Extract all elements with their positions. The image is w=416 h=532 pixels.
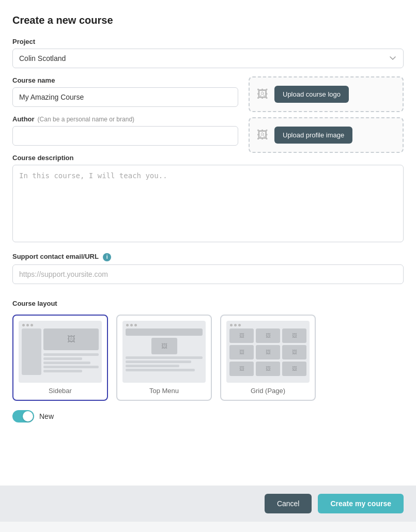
- course-name-label: Course name: [12, 76, 238, 84]
- dot: [22, 324, 25, 326]
- course-name-left: Course name Author(Can be a personal nam…: [12, 76, 238, 154]
- dot: [134, 324, 137, 326]
- page-title: Create a new course: [12, 14, 404, 26]
- layout-section-label: Course layout: [12, 300, 404, 307]
- upload-buttons-col: 🖼 Upload course logo 🖼 Upload profile im…: [249, 76, 404, 153]
- author-field-group: Author(Can be a personal name or brand): [12, 115, 238, 146]
- course-name-section: Course name Author(Can be a personal nam…: [12, 76, 404, 154]
- support-input[interactable]: [12, 264, 404, 284]
- upload-profile-button[interactable]: Upload profile image: [274, 127, 352, 144]
- top-menu-preview: 🖼: [122, 321, 206, 383]
- support-field-group: Support contact email/URL i: [12, 253, 404, 284]
- sidebar-nav-preview: [22, 328, 41, 375]
- course-name-field-group: Course name: [12, 76, 238, 107]
- course-description-field-group: Course description: [12, 154, 404, 244]
- grid-img-icon: 🖼: [292, 333, 297, 338]
- course-description-input[interactable]: [12, 165, 404, 242]
- topmenu-img-icon: 🖼: [161, 342, 167, 350]
- layout-card-sidebar[interactable]: 🖼 Sidebar: [12, 315, 108, 401]
- project-select[interactable]: Colin Scotland: [12, 49, 404, 68]
- dot: [30, 324, 33, 326]
- support-label: Support contact email/URL i: [12, 253, 404, 261]
- dot: [126, 324, 129, 326]
- dot: [230, 324, 233, 326]
- sidebar-layout-label: Sidebar: [19, 387, 102, 395]
- project-label: Project: [12, 38, 404, 45]
- grid-layout-label: Grid (Page): [226, 387, 310, 395]
- create-course-button[interactable]: Create my course: [318, 494, 404, 513]
- toggle-thumb: [23, 411, 33, 421]
- grid-img-icon: 🖼: [266, 366, 271, 371]
- grid-img-icon: 🖼: [292, 349, 297, 355]
- grid-img-icon: 🖼: [239, 366, 244, 371]
- sidebar-preview: 🖼: [19, 321, 102, 383]
- new-toggle[interactable]: [12, 410, 34, 423]
- image-placeholder-icon: 🖼: [67, 335, 75, 344]
- project-field-group: Project Colin Scotland: [12, 38, 404, 68]
- upload-logo-box: 🖼 Upload course logo: [249, 76, 404, 112]
- dot: [26, 324, 29, 326]
- toggle-row: New: [12, 410, 404, 423]
- course-layout-section: Course layout 🖼: [12, 300, 404, 423]
- grid-preview: 🖼 🖼 🖼 🖼 🖼 🖼 🖼 🖼 🖼: [226, 321, 310, 383]
- grid-img-icon: 🖼: [266, 349, 271, 355]
- cancel-button[interactable]: Cancel: [265, 494, 312, 513]
- author-label: Author(Can be a personal name or brand): [12, 115, 238, 123]
- course-description-label: Course description: [12, 154, 404, 162]
- grid-img-icon: 🖼: [239, 349, 244, 355]
- footer-bar: Cancel Create my course: [0, 486, 416, 522]
- grid-img-icon: 🖼: [266, 333, 271, 338]
- info-icon: i: [103, 253, 111, 261]
- sidebar-content-preview: 🖼: [43, 328, 99, 375]
- dot: [234, 324, 237, 326]
- course-name-input[interactable]: [12, 87, 238, 107]
- grid-img-icon: 🖼: [292, 366, 297, 371]
- toggle-label: New: [39, 412, 54, 420]
- layout-options: 🖼 Sidebar: [12, 315, 404, 401]
- top-menu-layout-label: Top Menu: [122, 387, 206, 395]
- grid-img-icon: 🖼: [239, 333, 244, 338]
- image-icon-2: 🖼: [257, 129, 268, 142]
- layout-card-top-menu[interactable]: 🖼 Top Menu: [116, 315, 212, 401]
- upload-logo-button[interactable]: Upload course logo: [274, 86, 349, 103]
- image-icon: 🖼: [257, 88, 268, 101]
- dot: [130, 324, 133, 326]
- author-input[interactable]: [12, 126, 238, 146]
- dot: [238, 324, 241, 326]
- upload-profile-box: 🖼 Upload profile image: [249, 117, 404, 153]
- layout-card-grid[interactable]: 🖼 🖼 🖼 🖼 🖼 🖼 🖼 🖼 🖼: [220, 315, 316, 401]
